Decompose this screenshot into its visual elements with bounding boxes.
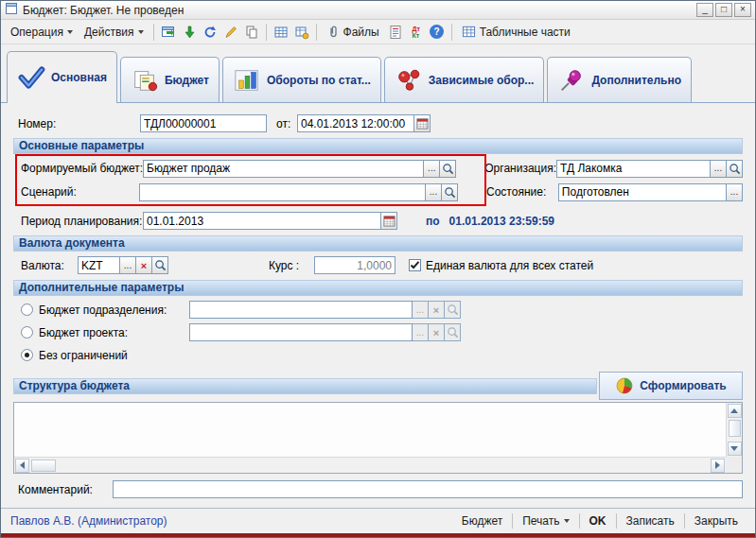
currency-clear-button[interactable]: × (136, 256, 152, 274)
generate-button[interactable]: Сформировать (599, 372, 743, 400)
magnifier-icon (729, 163, 741, 175)
report-button[interactable] (385, 22, 406, 43)
formed-budget-ellipsis-button[interactable]: ... (424, 160, 440, 178)
ok-button[interactable]: OK (582, 512, 614, 529)
period-to-value: 01.01.2013 23:59:59 (449, 215, 554, 228)
save-button[interactable]: Записать (619, 512, 682, 529)
horizontal-scrollbar[interactable] (14, 457, 726, 473)
actions-menu-label: Действия (84, 26, 134, 39)
budget-project-radio[interactable] (21, 326, 33, 338)
copy-button[interactable] (241, 22, 262, 43)
minimize-button[interactable]: _ (696, 3, 713, 17)
print-button[interactable]: Печать (515, 512, 576, 529)
molecule-icon (395, 67, 423, 94)
tab-budget[interactable]: Бюджет (120, 57, 220, 102)
budget-project-ellipsis-button[interactable]: ... (413, 323, 429, 341)
tab-additional[interactable]: Дополнительно (547, 57, 692, 102)
tab-turnovers[interactable]: Обороты по стат... (222, 57, 381, 102)
scroll-down-button[interactable] (728, 442, 742, 456)
vertical-scrollbar[interactable] (726, 403, 742, 457)
main-params-block: Формируемый бюджет: ... Организация: ...… (13, 154, 743, 206)
organization-open-button[interactable] (727, 160, 743, 178)
budget-project-input[interactable] (189, 323, 413, 341)
tabular-parts-icon (462, 25, 476, 39)
rate-input[interactable] (314, 256, 396, 274)
edit-button[interactable] (220, 22, 241, 43)
actions-menu-button[interactable]: Действия (79, 23, 149, 42)
toolbar-separator (266, 24, 267, 41)
bar-chart-icon (233, 67, 261, 94)
table-view-button[interactable] (271, 22, 291, 43)
tab-main[interactable]: Основная (7, 51, 117, 103)
dtkt-posting-button[interactable]: Дт Кт (406, 22, 427, 43)
dtkt-dt-label: Дт (412, 26, 419, 32)
formed-budget-input[interactable] (143, 160, 424, 178)
budget-department-input[interactable] (189, 301, 413, 319)
budget-project-row: Бюджет проекта: ... × (13, 323, 743, 341)
table-settings-icon (294, 25, 309, 40)
scenario-ellipsis-button[interactable]: ... (426, 183, 442, 201)
formed-budget-open-button[interactable] (440, 160, 456, 178)
comment-input[interactable] (113, 480, 743, 498)
reread-button[interactable] (200, 22, 220, 43)
close-button[interactable]: × (734, 3, 751, 17)
state-input[interactable] (558, 183, 727, 201)
check-icon (410, 260, 420, 270)
scroll-up-button[interactable] (728, 404, 742, 418)
scenario-input[interactable] (139, 183, 426, 201)
toolbar-separator (153, 24, 154, 41)
currency-open-button[interactable] (152, 256, 168, 274)
section-additional-params: Дополнительные параметры (13, 280, 743, 296)
arrow-left-icon (20, 461, 25, 469)
budget-department-open-button[interactable] (445, 301, 461, 319)
currency-row: Валюта: ... × Курс : Единая валюта для в… (13, 256, 743, 274)
open-form-icon (161, 25, 176, 40)
period-input[interactable] (143, 212, 381, 230)
tab-dependent-turnovers[interactable]: Зависимые обор... (384, 57, 545, 102)
budget-department-ellipsis-button[interactable]: ... (413, 301, 429, 319)
statusbar-separator (512, 513, 513, 529)
help-button[interactable]: ? (427, 22, 448, 43)
horizontal-scrollbar-thumb[interactable] (31, 460, 56, 472)
scroll-right-button[interactable] (711, 459, 725, 473)
tab-budget-label: Бюджет (165, 74, 209, 87)
status-bar: Павлов А.В. (Администратор) Бюджет Печат… (1, 508, 755, 533)
tabular-parts-button[interactable]: Табличные части (456, 22, 576, 42)
table-icon (273, 25, 289, 40)
scenario-open-button[interactable] (442, 183, 458, 201)
import-button[interactable] (179, 22, 200, 43)
open-form-button[interactable] (158, 22, 179, 43)
operation-menu-button[interactable]: Операция (5, 23, 79, 42)
budget-action-button[interactable]: Бюджет (454, 512, 510, 529)
statusbar-separator (579, 513, 580, 529)
no-limits-radio[interactable] (21, 349, 33, 361)
budget-project-open-button[interactable] (445, 323, 461, 341)
comment-label: Комментарий: (18, 483, 113, 496)
period-to-label: по (426, 215, 440, 228)
currency-ellipsis-button[interactable]: ... (120, 256, 136, 274)
state-ellipsis-button[interactable]: ... (727, 183, 743, 201)
date-calendar-button[interactable] (414, 114, 431, 132)
close-form-button[interactable]: Закрыть (687, 512, 746, 529)
date-input[interactable] (297, 114, 414, 132)
budget-department-clear-button[interactable]: × (429, 301, 445, 319)
scroll-left-button[interactable] (15, 459, 29, 473)
currency-input[interactable] (78, 256, 120, 274)
budget-project-clear-button[interactable]: × (429, 323, 445, 341)
period-calendar-button[interactable] (381, 212, 397, 230)
organization-ellipsis-button[interactable]: ... (711, 160, 727, 178)
maximize-button[interactable]: □ (715, 3, 732, 17)
number-input[interactable] (140, 114, 267, 132)
title-bar: Бюджет: Бюджет. Не проведен _ □ × (1, 1, 755, 20)
organization-input[interactable] (556, 160, 711, 178)
table-settings-button[interactable] (291, 22, 312, 43)
magnifier-icon (442, 163, 454, 175)
budget-project-label: Бюджет проекта: (39, 326, 189, 339)
calendar-icon (383, 215, 396, 227)
magnifier-icon (154, 259, 167, 271)
budget-structure-area[interactable] (13, 402, 743, 474)
single-currency-checkbox[interactable] (409, 259, 421, 271)
budget-department-radio[interactable] (21, 304, 33, 316)
vertical-scrollbar-thumb[interactable] (729, 420, 741, 437)
files-button[interactable]: Файлы (321, 22, 385, 42)
